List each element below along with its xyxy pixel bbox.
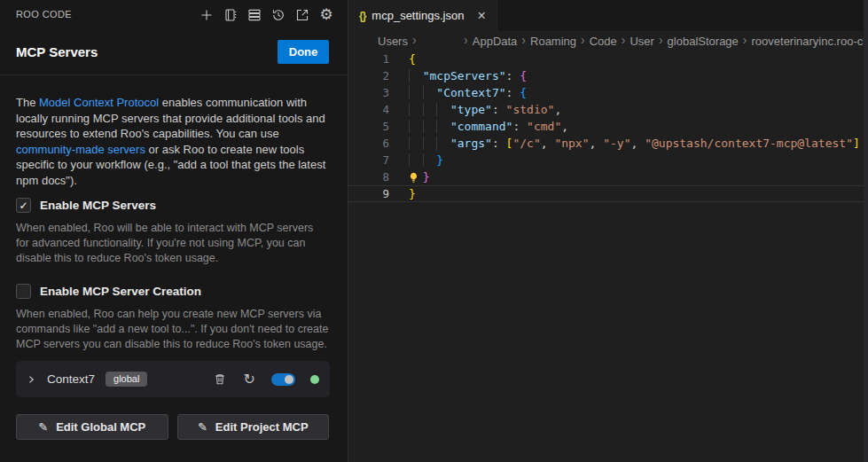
code-line-1: 1{ [348, 51, 868, 67]
history-icon[interactable] [270, 6, 286, 23]
enable-mcp-servers-checkbox[interactable]: ✓ [16, 198, 31, 213]
enable-mcp-server-creation-checkbox[interactable] [16, 284, 31, 299]
code-area: 1{2 "mcpServers": {3 "Context7": {4 "typ… [348, 51, 868, 462]
line-number: 7 [348, 152, 389, 168]
edit-global-mcp-label: Edit Global MCP [56, 420, 145, 434]
breadcrumb-item[interactable]: rooveterinaryinc.roo-cli [752, 35, 868, 48]
edit-project-mcp-label: Edit Project MCP [215, 420, 309, 434]
code-line-4: 4 "type": "stdio", [348, 101, 868, 118]
breadcrumb-separator-icon: › [581, 33, 585, 47]
edit-global-mcp-button[interactable]: ✎ Edit Global MCP [16, 414, 168, 440]
panel-header-icons: ⚙ [199, 6, 334, 23]
code-line-3: 3 "Context7": { [348, 84, 868, 101]
code-line-9: 9} [348, 185, 868, 202]
breadcrumb-item[interactable]: globalStorage [668, 35, 739, 48]
mcp-description: The Model Context Protocol enables commu… [16, 95, 334, 189]
roo-code-panel: ROO CODE ⚙ MCP Servers Done The Mo [0, 0, 348, 462]
app-window: ROO CODE ⚙ MCP Servers Done The Mo [0, 0, 868, 462]
enable-mcp-servers-row: ✓ Enable MCP Servers [16, 198, 156, 213]
code-line-7: 7 } [348, 152, 868, 168]
server-enabled-toggle[interactable] [271, 373, 295, 386]
mcp-edit-buttons: ✎ Edit Global MCP ✎ Edit Project MCP [16, 414, 329, 440]
breadcrumb-separator-icon: › [412, 33, 417, 47]
breadcrumb-item[interactable]: Users [378, 35, 408, 48]
tab-close-icon[interactable]: × [477, 9, 485, 23]
page-title: MCP Servers [16, 44, 98, 59]
line-number: 8 [348, 168, 389, 185]
description-text: The [16, 96, 39, 109]
line-number: 3 [348, 84, 389, 101]
open-external-icon[interactable] [294, 6, 310, 23]
json-file-icon: {} [359, 10, 365, 22]
chevron-right-icon[interactable] [26, 374, 36, 385]
breadcrumb-separator-icon: › [743, 33, 747, 47]
breadcrumb-separator-icon: › [622, 33, 626, 47]
inline-link[interactable]: Model Context Protocol [39, 96, 159, 109]
enable-mcp-server-creation-label: Enable MCP Server Creation [40, 285, 201, 298]
enable-mcp-server-creation-row: Enable MCP Server Creation [16, 284, 201, 299]
add-icon[interactable] [199, 6, 215, 23]
settings-gear-icon[interactable]: ⚙ [318, 6, 334, 23]
server-name: Context7 [47, 372, 95, 386]
breadcrumb-item[interactable]: AppData [473, 35, 518, 48]
enable-mcp-server-creation-description: When enabled, Roo can help you create ne… [16, 307, 329, 353]
notebook-icon[interactable] [223, 6, 239, 23]
breadcrumb-separator-icon: › [521, 33, 526, 47]
line-number: 4 [348, 101, 389, 118]
server-row-context7[interactable]: Context7 global ↻ [16, 361, 330, 397]
code-editor-pane: {} mcp_settings.json × Users››AppData›Ro… [348, 0, 868, 462]
line-number: 5 [348, 118, 389, 135]
line-number: 2 [348, 67, 389, 84]
tab-filename: mcp_settings.json [371, 9, 464, 22]
server-status-dot [310, 375, 319, 384]
checkmark-icon: ✓ [19, 200, 27, 211]
breadcrumb-separator-icon: › [659, 33, 663, 47]
enable-mcp-servers-label: Enable MCP Servers [40, 199, 156, 212]
breadcrumb-separator-icon: › [464, 33, 468, 47]
done-button[interactable]: Done [278, 40, 329, 64]
breadcrumb: Users››AppData›Roaming›Code›User›globalS… [348, 31, 868, 51]
server-scope-badge: global [106, 372, 147, 387]
scrollbar[interactable] [864, 0, 868, 462]
code-line-8: 8 } [348, 168, 868, 185]
breadcrumb-item[interactable]: Code [590, 35, 617, 48]
code-line-2: 2 "mcpServers": { [348, 67, 868, 84]
breadcrumb-item[interactable]: User [629, 35, 653, 48]
toggle-knob [285, 375, 293, 384]
inline-link[interactable]: community-made servers [16, 143, 145, 156]
tab-mcp-settings-json[interactable]: {} mcp_settings.json × [348, 0, 497, 31]
lightbulb-icon[interactable] [408, 171, 419, 183]
panel-title-row: MCP Servers Done [16, 39, 329, 64]
line-number: 9 [348, 185, 389, 202]
code-line-6: 6 "args": ["/c", "npx", "-y", "@upstash/… [348, 135, 868, 152]
line-number: 1 [348, 51, 389, 67]
header-divider [0, 74, 348, 75]
mcp-servers-icon[interactable] [246, 6, 262, 23]
breadcrumb-item[interactable]: Roaming [530, 35, 576, 48]
pencil-icon: ✎ [38, 420, 48, 434]
restart-server-icon[interactable]: ↻ [244, 372, 255, 387]
editor-tab-bar: {} mcp_settings.json × [348, 0, 868, 31]
delete-server-icon[interactable] [214, 372, 226, 386]
line-number: 6 [348, 135, 389, 152]
code-line-5: 5 "command": "cmd", [348, 118, 868, 135]
enable-mcp-servers-description: When enabled, Roo will be able to intera… [16, 221, 329, 267]
panel-brand: ROO CODE [16, 9, 72, 20]
pencil-icon: ✎ [198, 420, 207, 434]
edit-project-mcp-button[interactable]: ✎ Edit Project MCP [177, 414, 330, 440]
